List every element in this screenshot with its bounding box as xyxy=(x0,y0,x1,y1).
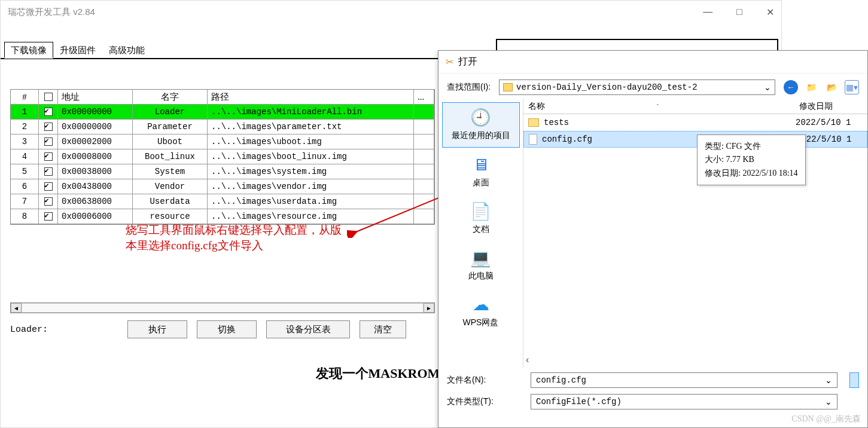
row-check[interactable] xyxy=(39,164,58,179)
row-path[interactable]: ..\..\images\system.img xyxy=(208,164,414,179)
switch-button[interactable]: 切换 xyxy=(197,320,257,338)
col-extra[interactable]: ... xyxy=(414,90,434,104)
row-check[interactable] xyxy=(39,194,58,209)
table-row[interactable]: 40x00008000Boot_linux..\..\images\boot_l… xyxy=(11,149,434,164)
tab-upgrade-firmware[interactable]: 升级固件 xyxy=(53,42,102,59)
row-extra[interactable] xyxy=(414,149,434,164)
checkbox-icon[interactable] xyxy=(44,123,53,131)
place-recent[interactable]: 🕘 最近使用的项目 xyxy=(442,102,520,148)
tab-download-image[interactable]: 下载镜像 xyxy=(4,42,53,59)
checkbox-icon[interactable] xyxy=(44,182,53,191)
row-check[interactable] xyxy=(39,179,58,194)
dialog-body: 🕘 最近使用的项目 🖥 桌面 📄 文档 💻 此电脑 ☁ WPS网盘 xyxy=(438,99,867,368)
row-address[interactable]: 0x00002000 xyxy=(58,134,133,149)
checkbox-icon[interactable] xyxy=(44,167,53,176)
col-index[interactable]: # xyxy=(11,90,39,104)
row-path[interactable]: ..\..\images\boot_linux.img xyxy=(208,149,414,164)
checkbox-icon[interactable] xyxy=(44,137,53,146)
row-name[interactable]: resource xyxy=(133,209,208,224)
row-address[interactable]: 0x00038000 xyxy=(58,164,133,179)
row-address[interactable]: 0x00006000 xyxy=(58,209,133,224)
lookin-combo[interactable]: version-Daily_Version-dayu200_test-2 ⌄ xyxy=(499,80,775,95)
chevron-down-icon[interactable]: ⌄ xyxy=(825,375,832,386)
place-computer[interactable]: 💻 此电脑 xyxy=(442,243,520,288)
row-extra[interactable] xyxy=(414,164,434,179)
back-icon[interactable]: ← xyxy=(784,80,798,94)
row-extra[interactable] xyxy=(414,120,434,134)
scroll-track[interactable] xyxy=(22,303,424,313)
checkbox-icon[interactable] xyxy=(44,108,53,116)
col-filename[interactable]: 名称 ˄ xyxy=(523,101,796,112)
row-extra[interactable] xyxy=(414,134,434,149)
file-row[interactable]: config.cfg2022/5/10 1 xyxy=(523,131,867,148)
scroll-right-icon[interactable]: ► xyxy=(424,303,434,313)
row-name[interactable]: Vendor xyxy=(133,179,208,194)
col-name[interactable]: 名字 xyxy=(133,90,208,104)
col-modified[interactable]: 修改日期 xyxy=(796,101,867,112)
row-path[interactable]: ..\..\images\uboot.img xyxy=(208,134,414,149)
view-menu-icon[interactable]: ▦▾ xyxy=(845,80,859,94)
execute-button[interactable]: 执行 xyxy=(127,320,187,338)
close-button[interactable]: ✕ xyxy=(766,7,774,18)
new-folder-icon[interactable]: 📂 xyxy=(824,80,839,94)
minimize-button[interactable]: — xyxy=(703,7,712,18)
row-extra[interactable] xyxy=(414,179,434,194)
window-title: 瑞芯微开发工具 v2.84 xyxy=(8,7,95,18)
checkbox-icon[interactable] xyxy=(44,197,53,206)
row-check[interactable] xyxy=(39,149,58,164)
table-row[interactable]: 10x00000000Loader..\..\images\MiniLoader… xyxy=(11,105,434,120)
scroll-left-icon[interactable]: ◄ xyxy=(11,303,22,313)
row-name[interactable]: Userdata xyxy=(133,194,208,209)
horizontal-scrollbar[interactable]: ◄ ► xyxy=(10,302,435,313)
up-folder-icon[interactable]: 📁 xyxy=(804,80,818,94)
scroll-left-icon[interactable]: ‹ xyxy=(523,352,531,368)
row-address[interactable]: 0x00008000 xyxy=(58,149,133,164)
table-row[interactable]: 70x00638000Userdata..\..\images\userdata… xyxy=(11,194,434,209)
row-check[interactable] xyxy=(39,134,58,149)
row-check[interactable] xyxy=(39,120,58,134)
row-name[interactable]: Boot_linux xyxy=(133,149,208,164)
row-path[interactable]: ..\..\images\parameter.txt xyxy=(208,120,414,134)
row-extra[interactable] xyxy=(414,105,434,119)
row-name[interactable]: Parameter xyxy=(133,120,208,134)
maximize-button[interactable]: □ xyxy=(736,7,742,18)
row-check[interactable] xyxy=(39,105,58,119)
file-row[interactable]: tests2022/5/10 1 xyxy=(523,114,867,131)
row-path[interactable]: ..\..\images\MiniLoaderAll.bin xyxy=(208,105,414,119)
checkbox-icon[interactable] xyxy=(44,152,53,161)
table-row[interactable]: 50x00038000System..\..\images\system.img xyxy=(11,164,434,179)
row-extra[interactable] xyxy=(414,194,434,209)
row-address[interactable]: 0x00000000 xyxy=(58,105,133,119)
open-button-edge[interactable] xyxy=(849,372,859,388)
place-desktop[interactable]: 🖥 桌面 xyxy=(442,150,520,194)
row-name[interactable]: Uboot xyxy=(133,134,208,149)
place-documents[interactable]: 📄 文档 xyxy=(442,197,520,241)
row-path[interactable]: ..\..\images\userdata.img xyxy=(208,194,414,209)
row-name[interactable]: Loader xyxy=(133,105,208,119)
col-check[interactable] xyxy=(39,90,58,104)
checkbox-icon[interactable] xyxy=(44,212,53,221)
filetype-combo[interactable]: ConfigFile(*.cfg) ⌄ xyxy=(531,394,837,409)
row-path[interactable]: ..\..\images\vendor.img xyxy=(208,179,414,194)
table-row[interactable]: 20x00000000Parameter..\..\images\paramet… xyxy=(11,120,434,134)
lookin-value: version-Daily_Version-dayu200_test-2 xyxy=(516,82,697,92)
row-name[interactable]: System xyxy=(133,164,208,179)
row-extra[interactable] xyxy=(414,209,434,224)
filename-input[interactable]: config.cfg ⌄ xyxy=(531,372,837,388)
row-path[interactable]: ..\..\images\resource.img xyxy=(208,209,414,224)
place-wps[interactable]: ☁ WPS网盘 xyxy=(442,290,520,334)
col-path[interactable]: 路径 xyxy=(208,90,414,104)
chevron-down-icon[interactable]: ⌄ xyxy=(764,82,771,93)
row-address[interactable]: 0x00438000 xyxy=(58,179,133,194)
col-address[interactable]: 地址 xyxy=(58,90,133,104)
table-row[interactable]: 60x00438000Vendor..\..\images\vendor.img xyxy=(11,179,434,194)
clear-button[interactable]: 清空 xyxy=(360,320,406,338)
row-check[interactable] xyxy=(39,209,58,224)
checkbox-icon[interactable] xyxy=(44,93,53,101)
partition-button[interactable]: 设备分区表 xyxy=(266,320,350,338)
row-address[interactable]: 0x00638000 xyxy=(58,194,133,209)
chevron-down-icon[interactable]: ⌄ xyxy=(825,397,832,407)
table-row[interactable]: 30x00002000Uboot..\..\images\uboot.img xyxy=(11,134,434,149)
tab-advanced[interactable]: 高级功能 xyxy=(102,42,151,59)
row-address[interactable]: 0x00000000 xyxy=(58,120,133,134)
